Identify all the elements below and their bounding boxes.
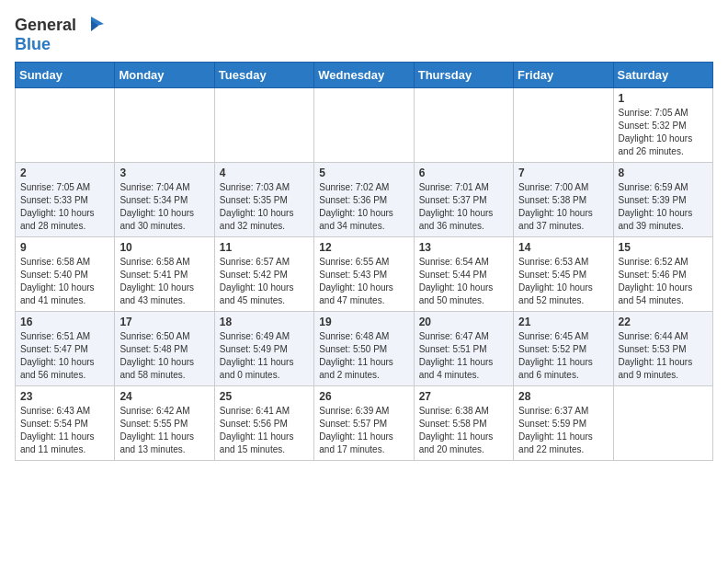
calendar-cell	[16, 88, 115, 163]
day-info: Sunrise: 6:41 AM Sunset: 5:56 PM Dayligh…	[220, 405, 309, 456]
day-number: 5	[319, 167, 408, 179]
day-info: Sunrise: 7:05 AM Sunset: 5:32 PM Dayligh…	[619, 107, 708, 158]
calendar-cell: 14Sunrise: 6:53 AM Sunset: 5:45 PM Dayli…	[514, 237, 613, 312]
day-number: 17	[119, 316, 209, 328]
day-info: Sunrise: 7:05 AM Sunset: 5:33 PM Dayligh…	[20, 181, 109, 233]
day-number: 6	[419, 167, 508, 179]
day-info: Sunrise: 6:37 AM Sunset: 5:59 PM Dayligh…	[518, 405, 608, 456]
calendar-cell: 5Sunrise: 7:02 AM Sunset: 5:36 PM Daylig…	[314, 163, 414, 237]
calendar-week-4: 16Sunrise: 6:51 AM Sunset: 5:47 PM Dayli…	[16, 312, 713, 386]
logo: General Blue	[15, 15, 104, 54]
day-number: 7	[518, 167, 608, 179]
day-header-sunday: Sunday	[16, 63, 115, 88]
day-info: Sunrise: 6:51 AM Sunset: 5:47 PM Dayligh…	[20, 330, 109, 382]
day-number: 11	[220, 241, 309, 254]
day-info: Sunrise: 6:45 AM Sunset: 5:52 PM Dayligh…	[518, 330, 608, 382]
calendar-cell: 2Sunrise: 7:05 AM Sunset: 5:33 PM Daylig…	[16, 163, 115, 237]
day-number: 23	[20, 390, 109, 403]
logo-general-text: General	[15, 16, 76, 35]
day-info: Sunrise: 6:58 AM Sunset: 5:41 PM Dayligh…	[119, 256, 209, 307]
day-info: Sunrise: 6:58 AM Sunset: 5:40 PM Dayligh…	[20, 256, 109, 307]
day-info: Sunrise: 7:00 AM Sunset: 5:38 PM Dayligh…	[518, 181, 608, 233]
day-info: Sunrise: 6:55 AM Sunset: 5:43 PM Dayligh…	[319, 256, 408, 307]
day-info: Sunrise: 6:44 AM Sunset: 5:53 PM Dayligh…	[619, 330, 708, 382]
calendar-cell: 19Sunrise: 6:48 AM Sunset: 5:50 PM Dayli…	[314, 312, 414, 386]
day-number: 26	[319, 390, 408, 403]
day-info: Sunrise: 6:53 AM Sunset: 5:45 PM Dayligh…	[518, 256, 608, 307]
day-header-thursday: Thursday	[414, 63, 513, 88]
calendar-cell: 7Sunrise: 7:00 AM Sunset: 5:38 PM Daylig…	[514, 163, 613, 237]
calendar-cell	[514, 88, 613, 163]
day-number: 20	[419, 316, 508, 328]
calendar-cell: 11Sunrise: 6:57 AM Sunset: 5:42 PM Dayli…	[214, 237, 313, 312]
day-info: Sunrise: 7:01 AM Sunset: 5:37 PM Dayligh…	[419, 181, 508, 233]
calendar-cell: 25Sunrise: 6:41 AM Sunset: 5:56 PM Dayli…	[214, 386, 313, 461]
calendar-cell: 3Sunrise: 7:04 AM Sunset: 5:34 PM Daylig…	[115, 163, 214, 237]
day-number: 19	[319, 316, 408, 328]
day-info: Sunrise: 6:38 AM Sunset: 5:58 PM Dayligh…	[419, 405, 508, 456]
calendar-cell	[414, 88, 513, 163]
calendar-cell: 4Sunrise: 7:03 AM Sunset: 5:35 PM Daylig…	[214, 163, 313, 237]
day-info: Sunrise: 7:04 AM Sunset: 5:34 PM Dayligh…	[119, 181, 209, 233]
day-header-tuesday: Tuesday	[214, 63, 313, 88]
day-number: 16	[20, 316, 109, 328]
day-number: 13	[419, 241, 508, 254]
day-info: Sunrise: 6:54 AM Sunset: 5:44 PM Dayligh…	[419, 256, 508, 307]
day-number: 25	[220, 390, 309, 403]
calendar-cell: 6Sunrise: 7:01 AM Sunset: 5:37 PM Daylig…	[414, 163, 513, 237]
day-number: 27	[419, 390, 508, 403]
day-number: 22	[619, 316, 708, 328]
day-number: 2	[20, 167, 109, 179]
day-info: Sunrise: 6:59 AM Sunset: 5:39 PM Dayligh…	[619, 181, 708, 233]
day-header-monday: Monday	[115, 63, 214, 88]
day-info: Sunrise: 6:50 AM Sunset: 5:48 PM Dayligh…	[119, 330, 209, 382]
day-header-friday: Friday	[514, 63, 613, 88]
day-number: 21	[518, 316, 608, 328]
day-number: 14	[518, 241, 608, 254]
calendar-cell: 22Sunrise: 6:44 AM Sunset: 5:53 PM Dayli…	[613, 312, 712, 386]
day-number: 9	[20, 241, 109, 254]
day-info: Sunrise: 6:49 AM Sunset: 5:49 PM Dayligh…	[220, 330, 309, 382]
calendar-week-5: 23Sunrise: 6:43 AM Sunset: 5:54 PM Dayli…	[16, 386, 713, 461]
calendar-cell: 26Sunrise: 6:39 AM Sunset: 5:57 PM Dayli…	[314, 386, 414, 461]
day-number: 4	[220, 167, 309, 179]
calendar-cell: 8Sunrise: 6:59 AM Sunset: 5:39 PM Daylig…	[613, 163, 712, 237]
day-info: Sunrise: 6:42 AM Sunset: 5:55 PM Dayligh…	[119, 405, 209, 456]
calendar-cell: 15Sunrise: 6:52 AM Sunset: 5:46 PM Dayli…	[613, 237, 712, 312]
calendar-cell: 18Sunrise: 6:49 AM Sunset: 5:49 PM Dayli…	[214, 312, 313, 386]
day-number: 1	[619, 92, 708, 105]
day-info: Sunrise: 6:48 AM Sunset: 5:50 PM Dayligh…	[319, 330, 408, 382]
calendar-cell: 21Sunrise: 6:45 AM Sunset: 5:52 PM Dayli…	[514, 312, 613, 386]
calendar-cell	[613, 386, 712, 461]
calendar-cell: 13Sunrise: 6:54 AM Sunset: 5:44 PM Dayli…	[414, 237, 513, 312]
day-header-saturday: Saturday	[613, 63, 712, 88]
calendar-cell: 12Sunrise: 6:55 AM Sunset: 5:43 PM Dayli…	[314, 237, 414, 312]
calendar-cell	[115, 88, 214, 163]
calendar-cell: 1Sunrise: 7:05 AM Sunset: 5:32 PM Daylig…	[613, 88, 712, 163]
calendar-cell: 27Sunrise: 6:38 AM Sunset: 5:58 PM Dayli…	[414, 386, 513, 461]
day-number: 28	[518, 390, 608, 403]
calendar-cell	[214, 88, 313, 163]
calendar-header-row: SundayMondayTuesdayWednesdayThursdayFrid…	[16, 63, 713, 88]
calendar-table: SundayMondayTuesdayWednesdayThursdayFrid…	[15, 62, 713, 461]
day-number: 18	[220, 316, 309, 328]
calendar-cell: 23Sunrise: 6:43 AM Sunset: 5:54 PM Dayli…	[16, 386, 115, 461]
calendar-cell: 9Sunrise: 6:58 AM Sunset: 5:40 PM Daylig…	[16, 237, 115, 312]
day-number: 15	[619, 241, 708, 254]
day-number: 12	[319, 241, 408, 254]
day-info: Sunrise: 6:57 AM Sunset: 5:42 PM Dayligh…	[220, 256, 309, 307]
calendar-cell: 20Sunrise: 6:47 AM Sunset: 5:51 PM Dayli…	[414, 312, 513, 386]
calendar-cell: 10Sunrise: 6:58 AM Sunset: 5:41 PM Dayli…	[115, 237, 214, 312]
day-info: Sunrise: 6:39 AM Sunset: 5:57 PM Dayligh…	[319, 405, 408, 456]
calendar-week-3: 9Sunrise: 6:58 AM Sunset: 5:40 PM Daylig…	[16, 237, 713, 312]
day-info: Sunrise: 6:52 AM Sunset: 5:46 PM Dayligh…	[619, 256, 708, 307]
page-header: General Blue	[15, 15, 713, 54]
logo-blue-text: Blue	[15, 35, 51, 53]
day-info: Sunrise: 6:47 AM Sunset: 5:51 PM Dayligh…	[419, 330, 508, 382]
calendar-cell: 16Sunrise: 6:51 AM Sunset: 5:47 PM Dayli…	[16, 312, 115, 386]
day-number: 24	[119, 390, 209, 403]
calendar-week-1: 1Sunrise: 7:05 AM Sunset: 5:32 PM Daylig…	[16, 88, 713, 163]
day-number: 10	[119, 241, 209, 254]
day-number: 8	[619, 167, 708, 179]
calendar-cell: 28Sunrise: 6:37 AM Sunset: 5:59 PM Dayli…	[514, 386, 613, 461]
